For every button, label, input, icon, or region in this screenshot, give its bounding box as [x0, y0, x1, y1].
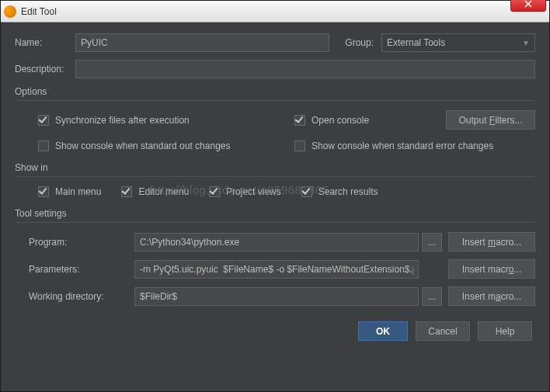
name-input[interactable]	[75, 33, 329, 52]
help-button[interactable]: Help	[478, 321, 532, 341]
parameters-insert-macro-button[interactable]: Insert macro...	[448, 259, 535, 279]
projectviews-label: Project views	[226, 186, 281, 197]
group-value: External Tools	[387, 37, 445, 48]
workdir-insert-macro-button[interactable]: Insert macro...	[448, 286, 535, 306]
searchresults-label: Search results	[319, 186, 378, 197]
ok-button[interactable]: OK	[358, 321, 408, 341]
divider	[15, 176, 535, 177]
group-label: Group:	[345, 37, 374, 48]
program-label: Program:	[29, 237, 134, 248]
projectviews-checkbox[interactable]	[209, 186, 220, 197]
program-input[interactable]	[134, 233, 419, 252]
stdout-label: Show console when standard out changes	[55, 140, 231, 151]
window-title: Edit Tool	[21, 6, 546, 17]
description-input[interactable]	[75, 60, 535, 78]
chevron-down-icon: ▼	[522, 39, 530, 47]
open-console-checkbox[interactable]	[294, 115, 305, 126]
stdout-checkbox[interactable]	[38, 140, 49, 151]
name-label: Name:	[15, 37, 75, 48]
editormenu-checkbox[interactable]	[121, 186, 132, 197]
close-icon	[524, 0, 532, 8]
output-filters-button[interactable]: Output Filters...	[446, 110, 535, 130]
workdir-browse-button[interactable]: ...	[422, 287, 442, 306]
editormenu-label: Editor menu	[138, 186, 189, 197]
options-section-title: Options	[15, 86, 535, 97]
sync-checkbox[interactable]	[38, 115, 49, 126]
description-label: Description:	[15, 64, 75, 75]
searchresults-checkbox[interactable]	[301, 186, 312, 197]
parameters-label: Parameters:	[29, 264, 134, 275]
toolsettings-section-title: Tool settings	[15, 208, 535, 219]
stderr-checkbox[interactable]	[294, 140, 305, 151]
mainmenu-label: Main menu	[55, 186, 101, 197]
open-console-label: Open console	[312, 115, 369, 126]
sync-label: Synchronize files after execution	[55, 115, 190, 126]
showin-section-title: Show in	[15, 162, 535, 173]
app-icon	[4, 5, 16, 18]
group-select[interactable]: External Tools ▼	[381, 33, 535, 52]
stderr-label: Show console when standard error changes	[312, 140, 493, 151]
cancel-button[interactable]: Cancel	[416, 321, 470, 341]
mainmenu-checkbox[interactable]	[38, 186, 49, 197]
workdir-input[interactable]	[134, 287, 419, 306]
close-button[interactable]	[510, 0, 546, 12]
workdir-label: Working directory:	[29, 291, 134, 302]
edit-tool-dialog: Edit Tool Name: Group: External Tools ▼ …	[0, 0, 550, 392]
program-browse-button[interactable]: ...	[422, 233, 442, 252]
divider	[15, 100, 535, 101]
parameters-input[interactable]	[134, 260, 419, 279]
program-insert-macro-button[interactable]: Insert macro...	[448, 232, 535, 252]
titlebar: Edit Tool	[1, 1, 549, 23]
divider	[15, 222, 535, 223]
dialog-content: Name: Group: External Tools ▼ Descriptio…	[1, 23, 549, 350]
